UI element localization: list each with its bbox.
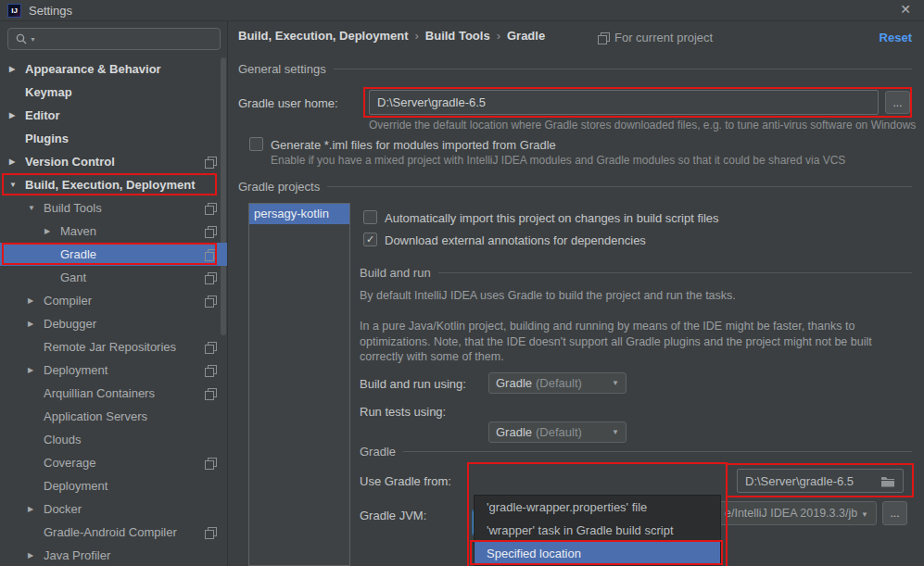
sidebar-item-label: Plugins — [25, 132, 69, 145]
scope-indicator: For current project — [598, 31, 713, 44]
tree-arrow-icon[interactable]: ▼ — [9, 181, 25, 189]
sidebar-item-deployment[interactable]: ▶Deployment — [0, 358, 227, 382]
build-using-dropdown[interactable]: Gradle (Default) ▼ — [488, 372, 627, 394]
sidebar-item-build-execution-deployment[interactable]: ▼Build, Execution, Deployment — [0, 173, 227, 196]
annotations-checkbox[interactable]: ✓ — [363, 233, 377, 246]
tree-arrow-icon[interactable]: ▶ — [28, 366, 44, 374]
sidebar-item-label: Version Control — [25, 155, 115, 169]
sidebar-item-java-profiler[interactable]: ▶Java Profiler — [0, 544, 227, 566]
tree-arrow-icon[interactable]: ▶ — [9, 111, 25, 119]
tree-arrow-icon[interactable]: ▶ — [44, 227, 60, 235]
popup-option-wrapper-task-in-gradle-build-script[interactable]: 'wrapper' task in Gradle build script — [475, 519, 720, 542]
breadcrumb-item[interactable]: Gradle — [507, 29, 545, 43]
dropdown-suffix: (Default) — [536, 376, 582, 390]
build-run-para2: In a pure Java/Kotlin project, building … — [360, 319, 880, 365]
tree-arrow-icon[interactable]: ▶ — [28, 551, 44, 560]
sidebar-item-arquillian-containers[interactable]: Arquillian Containers — [0, 382, 227, 405]
sidebar-item-remote-jar-repositories[interactable]: Remote Jar Repositories — [0, 335, 227, 358]
sidebar-item-application-servers[interactable]: Application Servers — [0, 405, 227, 428]
sidebar-item-deployment[interactable]: Deployment — [0, 474, 227, 497]
project-scope-icon — [205, 365, 216, 376]
tree-arrow-icon[interactable]: ▼ — [28, 204, 44, 212]
auto-import-label[interactable]: Automatically import this project on cha… — [385, 211, 719, 225]
iml-checkbox-label[interactable]: Generate *.iml files for modules importe… — [271, 138, 556, 152]
project-scope-icon — [205, 226, 216, 237]
project-scope-icon — [205, 527, 216, 538]
tree-arrow-icon[interactable]: ▶ — [28, 320, 44, 328]
jvm-browse-button[interactable]: ... — [882, 501, 907, 525]
user-home-help: Override the default location where Grad… — [369, 119, 916, 132]
sidebar-item-coverage[interactable]: Coverage — [0, 451, 227, 474]
sidebar-item-appearance-behavior[interactable]: ▶Appearance & Behavior — [0, 57, 227, 81]
sidebar-item-editor[interactable]: ▶Editor — [0, 104, 227, 127]
search-icon — [15, 32, 28, 45]
list-item[interactable]: persagy-kotlin — [249, 204, 349, 224]
chevron-down-icon: ▼ — [612, 379, 619, 387]
sidebar-item-label: Clouds — [44, 433, 81, 447]
scope-label: For current project — [614, 31, 713, 44]
sidebar-item-docker[interactable]: ▶Docker — [0, 497, 227, 521]
popup-option-gradle-wrapper-properties-file[interactable]: 'gradle-wrapper.properties' file — [475, 496, 720, 519]
iml-help: Enable if you have a mixed project with … — [271, 154, 845, 167]
tree-arrow-icon[interactable]: ▶ — [28, 296, 44, 305]
sidebar-item-label: Gradle — [60, 247, 96, 261]
iml-checkbox[interactable] — [249, 137, 263, 151]
section-title: Gradle projects — [238, 180, 320, 194]
sidebar-item-label: Editor — [25, 108, 60, 122]
sidebar-item-gant[interactable]: Gant — [0, 266, 227, 289]
panel-divider — [227, 21, 228, 566]
gradle-home-location-field[interactable]: D:\Server\gradle-6.5 — [737, 469, 904, 493]
search-history-caret-icon[interactable]: ▼ — [30, 36, 36, 43]
annotations-label[interactable]: Download external annotations for depend… — [385, 233, 646, 247]
section-title: General settings — [238, 62, 326, 76]
sidebar-item-compiler[interactable]: ▶Compiler — [0, 289, 227, 312]
dropdown-value: Gradle — [496, 376, 532, 390]
sidebar-item-label: Application Servers — [44, 409, 147, 423]
intellij-logo-icon: IJ — [7, 4, 21, 18]
popup-option-specified-location[interactable]: Specified location — [475, 542, 720, 565]
project-scope-icon — [205, 272, 216, 283]
sidebar-item-label: Debugger — [44, 317, 96, 331]
user-home-value: D:\Server\gradle-6.5 — [377, 95, 486, 109]
sidebar-item-build-tools[interactable]: ▼Build Tools — [0, 196, 227, 220]
sidebar-item-plugins[interactable]: Plugins — [0, 127, 227, 150]
breadcrumb-item[interactable]: Build, Execution, Deployment — [238, 29, 408, 43]
sidebar-item-clouds[interactable]: Clouds — [0, 428, 227, 451]
sidebar-item-gradle[interactable]: Gradle — [0, 243, 227, 266]
chevron-down-icon: ▼ — [861, 510, 868, 519]
tests-using-dropdown[interactable]: Gradle (Default) ▼ — [488, 421, 627, 443]
tree-arrow-icon[interactable]: ▶ — [9, 65, 25, 73]
user-home-browse-button[interactable]: ... — [885, 91, 910, 114]
project-scope-icon — [205, 203, 216, 214]
use-gradle-from-popup: 'gradle-wrapper.properties' file'wrapper… — [474, 495, 721, 566]
dropdown-suffix: (Default) — [536, 425, 582, 439]
tree-arrow-icon[interactable]: ▶ — [28, 505, 44, 513]
sidebar-item-label: Deployment — [44, 363, 108, 377]
sidebar-item-label: Docker — [44, 502, 82, 516]
section-build-and-run: Build and run — [360, 266, 912, 280]
breadcrumb-separator: › — [414, 29, 418, 43]
window-title: Settings — [29, 4, 72, 18]
sidebar-item-debugger[interactable]: ▶Debugger — [0, 312, 227, 335]
sidebar-item-keymap[interactable]: Keymap — [0, 81, 227, 104]
reset-link[interactable]: Reset — [880, 31, 912, 44]
breadcrumb-item[interactable]: Build Tools — [425, 29, 490, 43]
project-scope-icon — [205, 249, 216, 260]
user-home-field[interactable]: D:\Server\gradle-6.5 — [369, 90, 879, 115]
section-general-settings: General settings — [238, 62, 912, 76]
tree-arrow-icon[interactable]: ▶ — [9, 157, 25, 166]
settings-search-input[interactable]: ▼ — [7, 28, 221, 50]
sidebar-item-gradle-android-compiler[interactable]: Gradle-Android Compiler — [0, 521, 227, 544]
chevron-down-icon: ▼ — [612, 428, 619, 436]
use-gradle-from-label: Use Gradle from: — [360, 474, 451, 488]
sidebar-item-version-control[interactable]: ▶Version Control — [0, 150, 227, 173]
auto-import-checkbox[interactable] — [363, 210, 377, 224]
project-scope-icon — [205, 296, 216, 307]
project-scope-icon — [598, 32, 609, 44]
section-title: Gradle — [360, 445, 396, 459]
breadcrumb-separator: › — [497, 29, 500, 43]
close-icon[interactable]: ✕ — [900, 2, 911, 17]
folder-icon[interactable] — [880, 475, 895, 487]
sidebar-item-maven[interactable]: ▶Maven — [0, 220, 227, 243]
jvm-value: e/IntelliJ IDEA 2019.3.3/jb — [725, 507, 857, 520]
